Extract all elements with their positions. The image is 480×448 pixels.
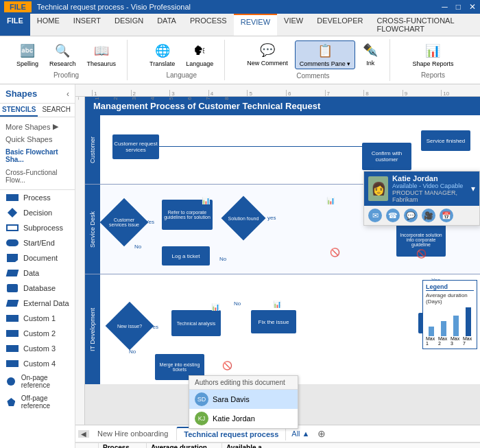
subprocess-shape-icon — [5, 223, 19, 233]
process-shape-label: Process — [23, 193, 51, 202]
shapes-list: Process Decision Subprocess Start/End Do… — [0, 189, 75, 412]
new-comment-button[interactable]: 💬 New Comment — [243, 40, 292, 69]
box-service-finished[interactable]: Service finished — [421, 130, 470, 151]
sidebar-item-external-data[interactable]: External Data — [0, 296, 75, 311]
diamond-customer-issue[interactable]: Customer services issue — [107, 205, 141, 239]
spelling-icon: 🔤 — [19, 43, 36, 59]
sidebar-collapse-icon[interactable]: ‹ — [67, 89, 69, 99]
custom4-label: Custom 4 — [23, 359, 56, 368]
document-shape-label: Document — [23, 254, 58, 262]
comments-pane-label: Comments Pane ▾ — [300, 60, 351, 67]
custom1-label: Custom 1 — [23, 314, 56, 322]
sidebar-item-process[interactable]: Process — [0, 190, 75, 205]
tab-technical-request[interactable]: Technical request process — [176, 427, 286, 440]
thesaurus-button[interactable]: 📖 Thesaurus — [83, 41, 121, 69]
sidebar-header: Shapes ‹ — [0, 84, 75, 104]
popup-expand-icon[interactable]: ▾ — [471, 184, 475, 193]
content-area: 1 2 3 4 5 6 7 8 9 10 ~12345678 — [75, 84, 480, 448]
decision-shape-label: Decision — [23, 209, 52, 217]
comments-pane-button[interactable]: 📋 Comments Pane ▾ — [295, 40, 356, 69]
label-no-ta: No — [234, 300, 241, 307]
ribbon-group-proofing: 🔤 Spelling 🔍 Research 📖 Thesaurus Proofi… — [5, 40, 128, 80]
sidebar-item-custom1[interactable]: Custom 1 — [0, 311, 75, 326]
no-entry-icon-1: 🚫 — [330, 248, 340, 257]
tab-crossfunctional[interactable]: CROSS-FUNCTIONAL FLOWCHART — [370, 14, 480, 36]
tab-view[interactable]: VIEW — [277, 14, 310, 36]
tab-new-hire[interactable]: New Hire onboarding — [91, 427, 175, 440]
author-katie-jordan[interactable]: KJ Katie Jordan — [189, 409, 298, 428]
sidebar-item-subprocess[interactable]: Subprocess — [0, 220, 75, 235]
quick-shapes-item[interactable]: Quick Shapes — [0, 133, 75, 145]
box-confirm-customer[interactable]: Confirm with customer — [362, 143, 411, 170]
sara-davis-avatar: SD — [195, 392, 208, 406]
ink-button[interactable]: ✒️ Ink — [358, 40, 383, 69]
video-action-btn[interactable]: 🎥 — [422, 209, 435, 222]
language-label: Language — [186, 60, 213, 67]
search-tab[interactable]: SEARCH — [38, 104, 75, 117]
popup-header: 👩 Katie Jordan Available - Video Capable… — [364, 172, 479, 206]
tab-file[interactable]: FILE — [0, 14, 30, 36]
legend-chart: Max 1 Max 2 Max 3 — [426, 307, 474, 346]
calendar-action-btn[interactable]: 📅 — [440, 209, 453, 222]
ribbon-tabs: FILE HOME INSERT DESIGN DATA PROCESS REV… — [0, 14, 480, 36]
box-technical-analysis[interactable]: Technical analysis — [171, 310, 221, 336]
legend-subtitle: Average duration (Days) — [426, 292, 474, 305]
sidebar-tabs: STENCILS SEARCH — [0, 104, 75, 117]
email-action-btn[interactable]: ✉ — [368, 209, 382, 222]
katie-jordan-card: 👩 Katie Jordan Available - Video Capable… — [363, 171, 480, 226]
grid-header-row: Process number Average duration (Days) A… — [99, 443, 480, 448]
basic-flowchart-item[interactable]: Basic Flowchart Sha... — [0, 145, 75, 166]
sidebar-item-offpage[interactable]: Off-page reference — [0, 392, 75, 412]
sidebar-item-data[interactable]: Data — [0, 266, 75, 281]
thesaurus-icon: 📖 — [93, 43, 110, 59]
tab-review[interactable]: REVIEW — [234, 14, 277, 36]
tab-data[interactable]: DATA — [150, 14, 183, 36]
legend-title: Legend — [426, 283, 474, 291]
box-customer-request[interactable]: Customer request services — [112, 134, 159, 159]
tabs-scroll-left[interactable]: ◀ — [78, 430, 89, 438]
close-icon[interactable]: ✕ — [469, 2, 476, 12]
diamond-new-issue[interactable]: New issue? — [112, 309, 147, 343]
file-tab[interactable]: FILE — [4, 1, 32, 12]
comments-pane-icon: 📋 — [317, 43, 333, 59]
tab-all-button[interactable]: All ▲ — [287, 428, 313, 439]
sidebar-item-decision[interactable]: Decision — [0, 205, 75, 220]
sidebar-item-startend[interactable]: Start/End — [0, 235, 75, 250]
sidebar-item-database[interactable]: Database — [0, 281, 75, 296]
language-button[interactable]: 🗣 Language — [182, 41, 217, 69]
diamond-solution-found[interactable]: Solution found — [228, 202, 259, 234]
sidebar-item-onpage[interactable]: On-page reference — [0, 371, 75, 392]
cross-functional-label: Cross-Functional Flow... — [5, 169, 69, 184]
cross-functional-item[interactable]: Cross-Functional Flow... — [0, 166, 75, 187]
tab-developer[interactable]: DEVELOPER — [310, 14, 370, 36]
tab-design[interactable]: DESIGN — [108, 14, 150, 36]
tab-add-button[interactable]: ⊕ — [315, 427, 328, 440]
app-bar: FILE Technical request process - Visio P… — [0, 0, 480, 14]
chat-action-btn[interactable]: 💬 — [404, 209, 418, 222]
minimize-icon[interactable]: ─ — [442, 2, 448, 12]
sidebar-item-custom3[interactable]: Custom 3 — [0, 341, 75, 356]
tab-process[interactable]: PROCESS — [183, 14, 234, 36]
maximize-icon[interactable]: □ — [456, 2, 461, 12]
sidebar-item-custom2[interactable]: Custom 2 — [0, 326, 75, 341]
more-shapes-item[interactable]: More Shapes ▶ — [0, 120, 75, 133]
sidebar-item-document[interactable]: Document — [0, 250, 75, 266]
custom4-icon — [5, 359, 19, 368]
stencils-tab[interactable]: STENCILS — [0, 104, 38, 117]
box-fix-issue[interactable]: Fix the issue — [251, 310, 296, 333]
research-button[interactable]: 🔍 Research — [45, 41, 80, 69]
shape-reports-button[interactable]: 📊 Shape Reports — [408, 41, 457, 69]
custom2-label: Custom 2 — [23, 329, 56, 338]
box-log-ticket[interactable]: Log a ticket — [162, 246, 210, 266]
sidebar-item-custom4[interactable]: Custom 4 — [0, 356, 75, 371]
katie-jordan-label: Katie Jordan — [213, 414, 255, 423]
phone-action-btn[interactable]: ☎ — [386, 209, 400, 222]
spelling-button[interactable]: 🔤 Spelling — [12, 41, 43, 69]
translate-button[interactable]: 🌐 Translate — [145, 41, 179, 69]
tab-home[interactable]: HOME — [30, 14, 67, 36]
shapes-sidebar: Shapes ‹ STENCILS SEARCH More Shapes ▶ Q… — [0, 84, 75, 448]
author-sara-davis[interactable]: SD Sara Davis — [189, 390, 298, 409]
tab-insert[interactable]: INSERT — [67, 14, 108, 36]
custom3-label: Custom 3 — [23, 344, 56, 353]
grid-content: Process number Average duration (Days) A… — [99, 443, 480, 448]
